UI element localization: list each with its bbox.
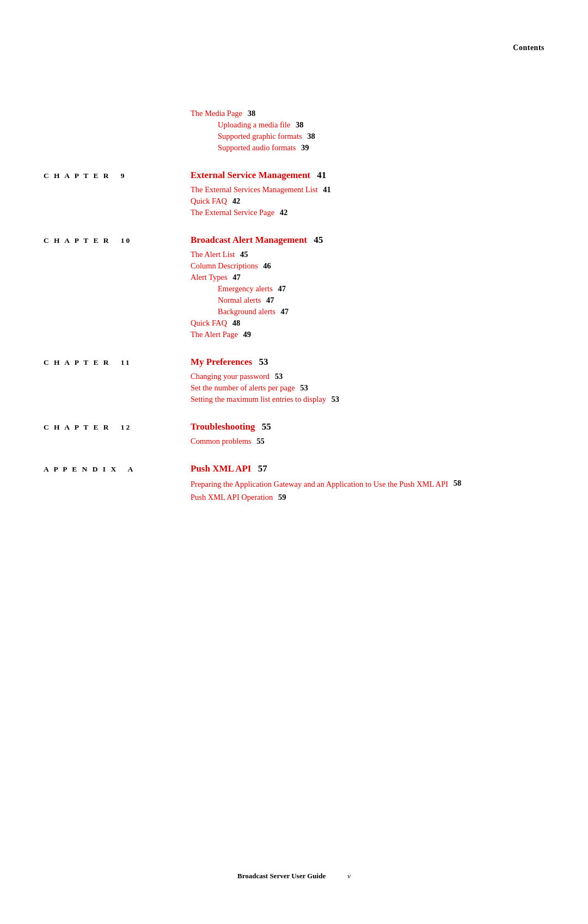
- footer-book-title: Broadcast Server User Guide: [237, 872, 326, 880]
- chapter-row-10: C H A P T E R 10 Broadcast Alert Managem…: [44, 235, 544, 246]
- list-item: The Alert Page 49: [44, 330, 544, 339]
- chapter-row-12: C H A P T E R 12 Troubleshooting 55: [44, 421, 544, 432]
- toc-section-appendix-a: A P P E N D I X A Push XML API 57 Prepar…: [44, 463, 544, 502]
- footer-inner: Broadcast Server User Guide v: [237, 872, 351, 880]
- chapter-title-11: My Preferences: [191, 357, 252, 368]
- toc-section-ch9: C H A P T E R 9 External Service Managem…: [44, 170, 544, 217]
- list-item: The Media Page 38: [44, 109, 544, 118]
- chapter-label-11: C H A P T E R 11: [44, 358, 191, 367]
- appendix-row-a: A P P E N D I X A Push XML API 57: [44, 463, 544, 474]
- chapter-number-9: 41: [315, 170, 326, 181]
- list-item: Emergency alerts 47: [44, 284, 544, 293]
- chapter-row-9: C H A P T E R 9 External Service Managem…: [44, 170, 544, 181]
- footer-page-number: v: [347, 872, 351, 880]
- list-item: The External Services Management List 41: [44, 185, 544, 194]
- list-item: Quick FAQ 48: [44, 319, 544, 328]
- chapter-number-10: 45: [311, 235, 323, 246]
- list-item: Background alerts 47: [44, 307, 544, 316]
- toc-section-ch11: C H A P T E R 11 My Preferences 53 Chang…: [44, 357, 544, 404]
- toc-content: The Media Page 38 Uploading a media file…: [44, 109, 544, 502]
- chapter-title-10: Broadcast Alert Management: [191, 235, 307, 246]
- chapter-title-9: External Service Management: [191, 170, 310, 181]
- list-item: Supported graphic formats 38: [44, 132, 544, 141]
- list-item: Setting the maximum list entries to disp…: [44, 395, 544, 404]
- page-footer: Broadcast Server User Guide v: [0, 872, 588, 880]
- list-item: Supported audio formats 39: [44, 143, 544, 152]
- list-item: The External Service Page 42: [44, 208, 544, 217]
- list-item: The Alert List 45: [44, 250, 544, 259]
- toc-section-ch12: C H A P T E R 12 Troubleshooting 55 Comm…: [44, 421, 544, 446]
- list-item: Quick FAQ 42: [44, 197, 544, 206]
- appendix-title-a: Push XML API: [191, 463, 251, 474]
- appendix-number-a: 57: [255, 463, 267, 474]
- toc-section-ch10: C H A P T E R 10 Broadcast Alert Managem…: [44, 235, 544, 339]
- list-item: Set the number of alerts per page 53: [44, 383, 544, 393]
- list-item: Preparing the Application Gateway and an…: [44, 479, 544, 491]
- list-item: Uploading a media file 38: [44, 120, 544, 130]
- chapter-label-10: C H A P T E R 10: [44, 236, 191, 245]
- page-header: Contents: [513, 44, 544, 52]
- chapter-label-12: C H A P T E R 12: [44, 423, 191, 432]
- list-item: Alert Types 47: [44, 273, 544, 282]
- chapter-number-12: 55: [259, 421, 271, 432]
- toc-section-media: The Media Page 38 Uploading a media file…: [44, 109, 544, 152]
- list-item: Normal alerts 47: [44, 296, 544, 305]
- chapter-row-11: C H A P T E R 11 My Preferences 53: [44, 357, 544, 368]
- appendix-label-a: A P P E N D I X A: [44, 465, 191, 474]
- header-title: Contents: [513, 44, 544, 52]
- chapter-number-11: 53: [256, 357, 268, 368]
- chapter-label-9: C H A P T E R 9: [44, 172, 191, 180]
- chapter-title-12: Troubleshooting: [191, 421, 255, 432]
- list-item: Common problems 55: [44, 437, 544, 446]
- list-item: Changing your password 53: [44, 372, 544, 381]
- page: Contents The Media Page 38 Uploading a m…: [0, 0, 588, 924]
- list-item: Push XML API Operation 59: [44, 493, 544, 502]
- list-item: Column Descriptions 46: [44, 261, 544, 271]
